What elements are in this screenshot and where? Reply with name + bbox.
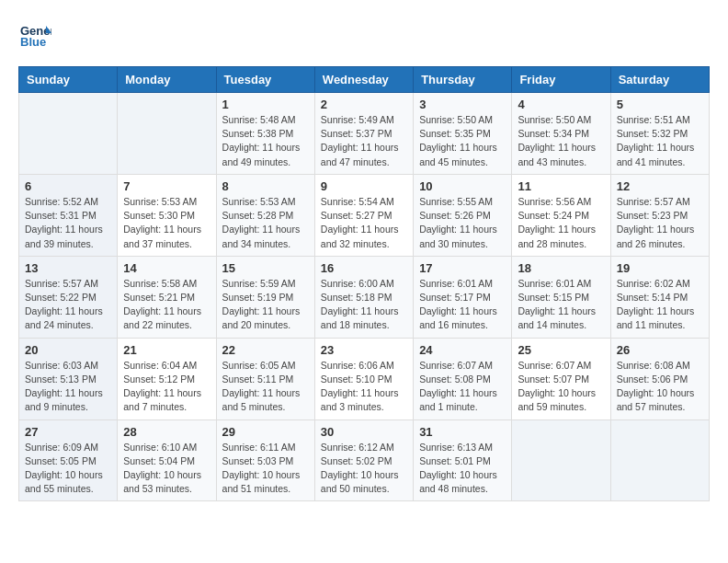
day-number: 21: [123, 343, 210, 357]
page-header: General Blue: [18, 18, 710, 52]
day-number: 25: [518, 343, 604, 357]
weekday-header-sunday: Sunday: [19, 67, 118, 93]
day-info: Sunrise: 6:12 AM Sunset: 5:02 PM Dayligh…: [321, 441, 407, 497]
day-info: Sunrise: 5:53 AM Sunset: 5:30 PM Dayligh…: [123, 195, 210, 251]
calendar-day-cell: 10Sunrise: 5:55 AM Sunset: 5:26 PM Dayli…: [414, 174, 512, 256]
calendar-day-cell: 25Sunrise: 6:07 AM Sunset: 5:07 PM Dayli…: [512, 338, 610, 419]
calendar-day-cell: 17Sunrise: 6:01 AM Sunset: 5:17 PM Dayli…: [414, 256, 512, 338]
day-number: 6: [25, 179, 111, 193]
day-info: Sunrise: 5:55 AM Sunset: 5:26 PM Dayligh…: [419, 195, 506, 251]
day-info: Sunrise: 5:49 AM Sunset: 5:37 PM Dayligh…: [321, 113, 407, 169]
calendar-day-cell: 6Sunrise: 5:52 AM Sunset: 5:31 PM Daylig…: [19, 174, 118, 256]
day-info: Sunrise: 6:04 AM Sunset: 5:12 PM Dayligh…: [123, 359, 210, 415]
day-number: 7: [123, 179, 210, 193]
calendar-day-cell: 2Sunrise: 5:49 AM Sunset: 5:37 PM Daylig…: [314, 93, 413, 175]
calendar-table: SundayMondayTuesdayWednesdayThursdayFrid…: [18, 66, 710, 501]
svg-text:Blue: Blue: [20, 35, 46, 49]
day-number: 18: [518, 261, 604, 275]
day-info: Sunrise: 6:07 AM Sunset: 5:07 PM Dayligh…: [518, 359, 604, 415]
day-number: 20: [25, 343, 111, 357]
calendar-empty-cell: [610, 419, 709, 501]
calendar-day-cell: 21Sunrise: 6:04 AM Sunset: 5:12 PM Dayli…: [118, 338, 216, 419]
day-info: Sunrise: 6:01 AM Sunset: 5:17 PM Dayligh…: [419, 277, 506, 333]
day-info: Sunrise: 5:53 AM Sunset: 5:28 PM Dayligh…: [222, 195, 309, 251]
day-number: 29: [222, 425, 309, 439]
calendar-header-row: SundayMondayTuesdayWednesdayThursdayFrid…: [19, 67, 710, 93]
day-number: 3: [419, 98, 506, 111]
day-info: Sunrise: 6:02 AM Sunset: 5:14 PM Dayligh…: [617, 277, 703, 333]
day-number: 1: [222, 98, 309, 111]
calendar-day-cell: 5Sunrise: 5:51 AM Sunset: 5:32 PM Daylig…: [610, 93, 709, 175]
calendar-day-cell: 13Sunrise: 5:57 AM Sunset: 5:22 PM Dayli…: [19, 256, 118, 338]
day-info: Sunrise: 5:56 AM Sunset: 5:24 PM Dayligh…: [518, 195, 604, 251]
calendar-day-cell: 16Sunrise: 6:00 AM Sunset: 5:18 PM Dayli…: [314, 256, 413, 338]
calendar-day-cell: 19Sunrise: 6:02 AM Sunset: 5:14 PM Dayli…: [610, 256, 709, 338]
calendar-empty-cell: [19, 93, 118, 175]
calendar-week-row: 6Sunrise: 5:52 AM Sunset: 5:31 PM Daylig…: [19, 174, 710, 256]
day-info: Sunrise: 6:00 AM Sunset: 5:18 PM Dayligh…: [321, 277, 407, 333]
calendar-day-cell: 8Sunrise: 5:53 AM Sunset: 5:28 PM Daylig…: [216, 174, 314, 256]
day-info: Sunrise: 6:01 AM Sunset: 5:15 PM Dayligh…: [518, 277, 604, 333]
day-info: Sunrise: 5:50 AM Sunset: 5:34 PM Dayligh…: [518, 113, 604, 169]
day-number: 15: [222, 261, 309, 275]
day-info: Sunrise: 6:06 AM Sunset: 5:10 PM Dayligh…: [321, 359, 407, 415]
day-info: Sunrise: 6:03 AM Sunset: 5:13 PM Dayligh…: [25, 359, 111, 415]
day-number: 30: [321, 425, 407, 439]
day-number: 24: [419, 343, 506, 357]
day-info: Sunrise: 5:50 AM Sunset: 5:35 PM Dayligh…: [419, 113, 506, 169]
day-number: 27: [25, 425, 111, 439]
day-number: 28: [123, 425, 210, 439]
day-number: 5: [617, 98, 703, 111]
calendar-day-cell: 27Sunrise: 6:09 AM Sunset: 5:05 PM Dayli…: [19, 419, 118, 501]
weekday-header-friday: Friday: [512, 67, 610, 93]
day-info: Sunrise: 5:57 AM Sunset: 5:22 PM Dayligh…: [25, 277, 111, 333]
day-info: Sunrise: 5:57 AM Sunset: 5:23 PM Dayligh…: [617, 195, 703, 251]
day-info: Sunrise: 6:11 AM Sunset: 5:03 PM Dayligh…: [222, 441, 309, 497]
day-info: Sunrise: 5:51 AM Sunset: 5:32 PM Dayligh…: [617, 113, 703, 169]
calendar-day-cell: 23Sunrise: 6:06 AM Sunset: 5:10 PM Dayli…: [314, 338, 413, 419]
weekday-header-monday: Monday: [118, 67, 216, 93]
calendar-day-cell: 26Sunrise: 6:08 AM Sunset: 5:06 PM Dayli…: [610, 338, 709, 419]
calendar-day-cell: 11Sunrise: 5:56 AM Sunset: 5:24 PM Dayli…: [512, 174, 610, 256]
day-number: 10: [419, 179, 506, 193]
calendar-day-cell: 31Sunrise: 6:13 AM Sunset: 5:01 PM Dayli…: [414, 419, 512, 501]
weekday-header-saturday: Saturday: [610, 67, 709, 93]
calendar-day-cell: 7Sunrise: 5:53 AM Sunset: 5:30 PM Daylig…: [118, 174, 216, 256]
day-info: Sunrise: 6:13 AM Sunset: 5:01 PM Dayligh…: [419, 441, 506, 497]
day-number: 19: [617, 261, 703, 275]
day-info: Sunrise: 5:59 AM Sunset: 5:19 PM Dayligh…: [222, 277, 309, 333]
weekday-header-thursday: Thursday: [414, 67, 512, 93]
day-info: Sunrise: 6:07 AM Sunset: 5:08 PM Dayligh…: [419, 359, 506, 415]
day-number: 13: [25, 261, 111, 275]
calendar-day-cell: 15Sunrise: 5:59 AM Sunset: 5:19 PM Dayli…: [216, 256, 314, 338]
calendar-day-cell: 29Sunrise: 6:11 AM Sunset: 5:03 PM Dayli…: [216, 419, 314, 501]
day-info: Sunrise: 6:08 AM Sunset: 5:06 PM Dayligh…: [617, 359, 703, 415]
calendar-day-cell: 24Sunrise: 6:07 AM Sunset: 5:08 PM Dayli…: [414, 338, 512, 419]
day-number: 31: [419, 425, 506, 439]
day-info: Sunrise: 6:09 AM Sunset: 5:05 PM Dayligh…: [25, 441, 111, 497]
day-info: Sunrise: 6:10 AM Sunset: 5:04 PM Dayligh…: [123, 441, 210, 497]
day-info: Sunrise: 5:52 AM Sunset: 5:31 PM Dayligh…: [25, 195, 111, 251]
day-info: Sunrise: 6:05 AM Sunset: 5:11 PM Dayligh…: [222, 359, 309, 415]
day-number: 4: [518, 98, 604, 111]
calendar-week-row: 27Sunrise: 6:09 AM Sunset: 5:05 PM Dayli…: [19, 419, 710, 501]
day-info: Sunrise: 5:48 AM Sunset: 5:38 PM Dayligh…: [222, 113, 309, 169]
calendar-day-cell: 14Sunrise: 5:58 AM Sunset: 5:21 PM Dayli…: [118, 256, 216, 338]
day-number: 9: [321, 179, 407, 193]
day-number: 2: [321, 98, 407, 111]
logo-icon: General Blue: [18, 18, 51, 52]
day-number: 12: [617, 179, 703, 193]
calendar-week-row: 20Sunrise: 6:03 AM Sunset: 5:13 PM Dayli…: [19, 338, 710, 419]
calendar-day-cell: 12Sunrise: 5:57 AM Sunset: 5:23 PM Dayli…: [610, 174, 709, 256]
day-number: 16: [321, 261, 407, 275]
weekday-header-tuesday: Tuesday: [216, 67, 314, 93]
calendar-day-cell: 4Sunrise: 5:50 AM Sunset: 5:34 PM Daylig…: [512, 93, 610, 175]
calendar-day-cell: 28Sunrise: 6:10 AM Sunset: 5:04 PM Dayli…: [118, 419, 216, 501]
day-number: 23: [321, 343, 407, 357]
calendar-day-cell: 20Sunrise: 6:03 AM Sunset: 5:13 PM Dayli…: [19, 338, 118, 419]
day-number: 14: [123, 261, 210, 275]
calendar-week-row: 13Sunrise: 5:57 AM Sunset: 5:22 PM Dayli…: [19, 256, 710, 338]
day-number: 11: [518, 179, 604, 193]
day-info: Sunrise: 5:54 AM Sunset: 5:27 PM Dayligh…: [321, 195, 407, 251]
calendar-day-cell: 18Sunrise: 6:01 AM Sunset: 5:15 PM Dayli…: [512, 256, 610, 338]
